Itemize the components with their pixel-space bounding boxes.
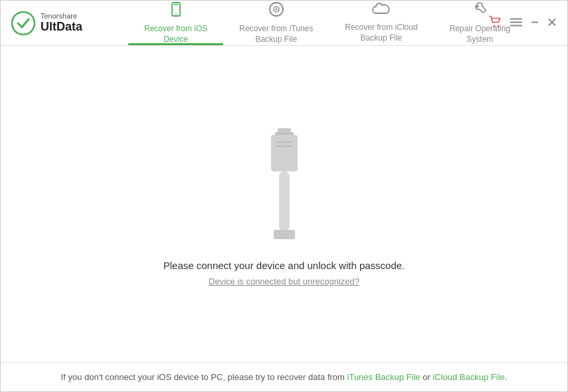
- title-bar: Tenorshare UltData Recover from iOS Devi…: [1, 1, 567, 46]
- svg-point-8: [498, 25, 500, 27]
- cable-illustration: [258, 122, 311, 244]
- tab-ios-device[interactable]: Recover from iOS Device: [128, 1, 223, 45]
- ios-device-icon: [168, 1, 184, 21]
- tab-icloud-label: Recover from iCloud Backup File: [345, 23, 417, 43]
- logo-icon: [11, 11, 35, 35]
- icloud-backup-link[interactable]: iCloud Backup File: [432, 372, 504, 382]
- brand-top: Tenorshare: [41, 12, 82, 20]
- svg-rect-21: [274, 230, 295, 239]
- logo-area: Tenorshare UltData: [11, 11, 98, 35]
- itunes-backup-link[interactable]: iTunes Backup File: [347, 372, 421, 382]
- svg-rect-16: [275, 132, 294, 135]
- footer-text-before: If you don't connect your iOS device to …: [61, 372, 347, 382]
- unrecognized-link[interactable]: Device is connected but unrecognized?: [209, 276, 359, 286]
- icloud-icon: [372, 3, 391, 20]
- svg-rect-19: [276, 142, 292, 143]
- cable-svg: [258, 122, 311, 241]
- main-content: Please connect your device and unlock wi…: [1, 46, 567, 362]
- window-controls: [489, 15, 557, 31]
- footer: If you don't connect your iOS device to …: [1, 362, 567, 391]
- tab-itunes-backup[interactable]: Recover from iTunes Backup File: [223, 1, 329, 45]
- itunes-icon: [268, 1, 284, 21]
- brand-bottom: UltData: [41, 20, 82, 34]
- tab-ios-device-label: Recover from iOS Device: [144, 24, 207, 45]
- svg-rect-20: [276, 146, 292, 147]
- close-button[interactable]: [547, 16, 557, 30]
- footer-text-after: .: [505, 372, 508, 382]
- logo-text: Tenorshare UltData: [41, 12, 82, 34]
- svg-rect-18: [279, 171, 290, 231]
- svg-point-0: [12, 12, 35, 35]
- svg-point-7: [494, 25, 496, 27]
- svg-rect-15: [278, 128, 291, 132]
- svg-rect-17: [271, 135, 298, 171]
- tab-icloud-backup[interactable]: Recover from iCloud Backup File: [329, 1, 433, 45]
- footer-text-mid: or: [421, 372, 433, 382]
- svg-point-6: [275, 8, 277, 10]
- menu-button[interactable]: [510, 16, 522, 30]
- minimize-button[interactable]: [530, 16, 539, 30]
- nav-tabs: Recover from iOS Device Recover from iTu…: [98, 1, 557, 45]
- svg-point-2: [175, 13, 177, 15]
- connect-text: Please connect your device and unlock wi…: [163, 260, 405, 271]
- tab-itunes-label: Recover from iTunes Backup File: [239, 24, 313, 45]
- cart-button[interactable]: [489, 15, 502, 31]
- repair-icon: [472, 1, 488, 21]
